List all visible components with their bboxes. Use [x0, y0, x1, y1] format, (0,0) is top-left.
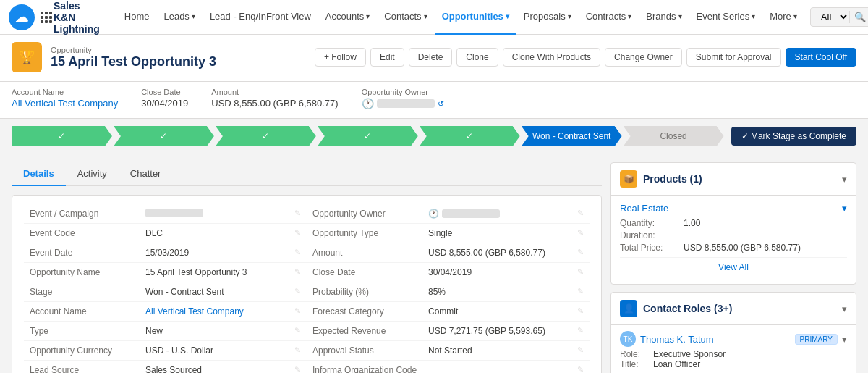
stage-step-active[interactable]: Won - Contract Sent: [522, 126, 622, 146]
contact-1-title: Title: Loan Officer: [620, 359, 847, 369]
contact-roles-collapse-icon[interactable]: ▾: [842, 303, 847, 314]
account-name-value[interactable]: All Vertical Test Company: [12, 98, 118, 109]
opportunity-header: 🏆 Opportunity 15 April Test Opportunity …: [0, 35, 868, 82]
nav-contracts[interactable]: Contracts ▾: [579, 0, 639, 35]
products-card-body: Real Estate ▾ Quantity: 1.00 Duration: T…: [611, 196, 856, 284]
product-quantity-row: Quantity: 1.00: [620, 218, 847, 228]
stage-step-5[interactable]: ✓: [420, 126, 520, 146]
edit-icon-type[interactable]: ✎: [294, 326, 301, 335]
view-all-link[interactable]: View All: [620, 257, 847, 277]
stage-step-1[interactable]: ✓: [12, 126, 112, 146]
product-total-price-value: USD 8,555.00 (GBP 6,580.77): [684, 243, 801, 253]
change-owner-button[interactable]: Change Owner: [605, 48, 682, 67]
nav-opportunities[interactable]: Opportunities ▾: [435, 0, 516, 35]
search-scope-select[interactable]: All: [818, 11, 850, 23]
tab-chatter[interactable]: Chatter: [119, 162, 173, 186]
brands-chevron: ▾: [678, 12, 682, 20]
type-value: New: [145, 326, 292, 336]
products-collapse-icon[interactable]: ▾: [842, 174, 847, 185]
nav-more[interactable]: More ▾: [762, 0, 804, 35]
stage-label: Stage: [30, 287, 145, 297]
owner-refresh-icon[interactable]: ↺: [438, 99, 444, 109]
salesforce-logo: ☁: [9, 4, 35, 30]
edit-icon-currency[interactable]: ✎: [294, 345, 301, 355]
proposals-chevron: ▾: [568, 12, 571, 20]
app-switcher[interactable]: Sales K&N Lightning: [41, 0, 106, 35]
search-bar: All 🔍: [810, 7, 868, 27]
type-label: Type: [30, 326, 145, 336]
nav-contacts[interactable]: Contacts ▾: [377, 0, 434, 35]
edit-icon-account-name[interactable]: ✎: [294, 306, 301, 316]
contact-roles-header[interactable]: 👤 Contact Roles (3+) ▾: [611, 293, 856, 325]
submit-approval-button[interactable]: Submit for Approval: [686, 48, 781, 67]
detail-row-type: Type New ✎: [24, 322, 307, 341]
tab-details[interactable]: Details: [12, 162, 66, 186]
product-duration-row: Duration:: [620, 230, 847, 240]
edit-icon-event-date[interactable]: ✎: [294, 248, 301, 257]
edit-icon-event-code[interactable]: ✎: [294, 228, 301, 238]
edit-icon-opp-type[interactable]: ✎: [577, 228, 584, 238]
products-header-left: 📦 Products (1): [620, 170, 702, 188]
nav-lead-enq[interactable]: Lead - Enq/InFront View: [203, 0, 318, 35]
products-card-header[interactable]: 📦 Products (1) ▾: [611, 163, 856, 196]
nav-event-series[interactable]: Event Series ▾: [689, 0, 763, 35]
follow-button[interactable]: + Follow: [315, 48, 366, 67]
opportunities-chevron: ▾: [506, 12, 509, 20]
stage-step-4[interactable]: ✓: [318, 126, 418, 146]
detail-row-event-code: Event Code DLC ✎: [24, 224, 307, 243]
stage-step-3[interactable]: ✓: [216, 126, 316, 146]
contact-1-name[interactable]: TK Thomas K. Tatum: [620, 331, 714, 347]
start-cool-off-button[interactable]: Start Cool Off: [786, 48, 856, 67]
delete-button[interactable]: Delete: [409, 48, 453, 67]
edit-icon-lead-source[interactable]: ✎: [294, 365, 301, 373]
clone-button[interactable]: Clone: [456, 48, 498, 67]
nav-accounts[interactable]: Accounts ▾: [318, 0, 377, 35]
opp-title: 15 April Test Opportunity 3: [51, 54, 216, 70]
amount-label: Amount: [211, 88, 338, 96]
edit-icon-stage[interactable]: ✎: [294, 287, 301, 296]
nav-proposals[interactable]: Proposals ▾: [516, 0, 579, 35]
contact-item-1: TK Thomas K. Tatum PRIMARY ▾ Role: Execu…: [611, 325, 856, 373]
nav-brands[interactable]: Brands ▾: [639, 0, 689, 35]
nav-home[interactable]: Home: [117, 0, 157, 35]
stage-step-closed[interactable]: Closed: [624, 126, 724, 146]
contact-1-avatar: TK: [620, 331, 636, 347]
probability-value: 85%: [428, 287, 574, 297]
edit-icon-expected-revenue[interactable]: ✎: [577, 326, 584, 335]
mark-complete-button[interactable]: ✓ Mark Stage as Complete: [731, 127, 856, 146]
edit-icon-informa-org[interactable]: ✎: [577, 365, 584, 373]
opp-name-value: 15 April Test Opportunity 3: [145, 267, 292, 277]
edit-icon-opp-owner[interactable]: ✎: [577, 209, 584, 218]
contact-1-role-label: Role:: [620, 349, 649, 359]
main-content: Details Activity Chatter Event / Campaig…: [0, 154, 868, 373]
edit-button[interactable]: Edit: [370, 48, 404, 67]
app-name: Sales K&N Lightning: [54, 0, 100, 35]
contact-1-dropdown-icon[interactable]: ▾: [842, 334, 847, 345]
detail-row-event-date: Event Date 15/03/2019 ✎: [24, 243, 307, 263]
edit-icon-amount[interactable]: ✎: [577, 248, 584, 257]
account-name-field: Account Name All Vertical Test Company: [12, 88, 118, 109]
clone-products-button[interactable]: Clone With Products: [503, 48, 600, 67]
edit-icon-probability[interactable]: ✎: [577, 287, 584, 296]
opportunity-icon: 🏆: [12, 42, 42, 72]
event-code-label: Event Code: [30, 228, 145, 238]
fields-row: Account Name All Vertical Test Company C…: [0, 82, 868, 119]
edit-icon-event-campaign[interactable]: ✎: [294, 209, 301, 218]
account-name-detail-value[interactable]: All Vertical Test Company: [145, 306, 292, 317]
edit-icon-approval-status[interactable]: ✎: [577, 345, 584, 355]
products-title: Products (1): [643, 173, 702, 185]
edit-icon-opp-name[interactable]: ✎: [294, 267, 301, 277]
edit-icon-forecast[interactable]: ✎: [577, 306, 584, 316]
top-navigation: ☁ Sales K&N Lightning Home Leads ▾ Lead …: [0, 0, 868, 35]
event-date-value: 15/03/2019: [145, 248, 292, 258]
tab-activity[interactable]: Activity: [66, 162, 119, 186]
edit-icon-close-date[interactable]: ✎: [577, 267, 584, 277]
product-quantity-label: Quantity:: [620, 218, 678, 228]
close-date-detail-value: 30/04/2019: [428, 267, 574, 277]
product-dropdown-icon[interactable]: ▾: [842, 203, 847, 214]
nav-leads[interactable]: Leads ▾: [156, 0, 202, 35]
detail-row-opp-type: Opportunity Type Single ✎: [307, 224, 590, 243]
forecast-value: Commit: [428, 306, 574, 317]
product-name[interactable]: Real Estate ▾: [620, 203, 847, 214]
stage-step-2[interactable]: ✓: [114, 126, 214, 146]
